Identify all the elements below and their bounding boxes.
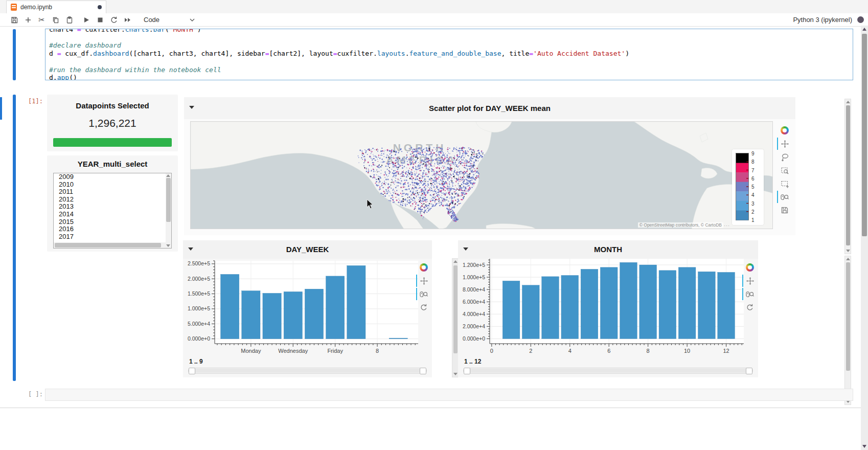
bokeh-toolbar xyxy=(744,261,756,314)
month-chart-canvas[interactable]: 0.000e+02.000e+44.000e+46.000e+48.000e+4… xyxy=(458,240,758,377)
bar[interactable] xyxy=(600,267,618,339)
pan-tool-button[interactable] xyxy=(779,137,790,150)
tab-demo-ipynb[interactable]: demo.ipynb xyxy=(6,1,106,13)
year-option[interactable]: 2015 xyxy=(54,218,171,226)
cut-cell-button[interactable]: ✂ xyxy=(35,14,49,26)
pan-icon xyxy=(420,277,428,285)
bar[interactable] xyxy=(347,265,366,339)
pan-tool-button[interactable] xyxy=(418,274,429,287)
cell-type-select[interactable]: Code xyxy=(144,16,195,24)
bar[interactable] xyxy=(581,269,598,339)
kernel-status-icon xyxy=(857,16,864,23)
dayweek-range-label: 1 .. 9 xyxy=(189,358,203,365)
slider-handle-left[interactable] xyxy=(464,368,470,374)
bar[interactable] xyxy=(718,272,735,339)
bar[interactable] xyxy=(502,281,520,339)
dayweek-chart-card: DAY_WEEK 0.000e+05.000e+41.000e+51.500e+… xyxy=(183,240,432,377)
wheel-zoom-button[interactable] xyxy=(779,190,790,204)
output-scrollbar-upper[interactable] xyxy=(844,99,851,254)
year-option[interactable]: 2009 xyxy=(54,173,171,181)
bar[interactable] xyxy=(698,272,716,339)
page-scrollbar[interactable] xyxy=(861,26,868,450)
month-range-label: 1 .. 12 xyxy=(464,358,481,365)
bar[interactable] xyxy=(389,338,407,339)
scroll-thumb[interactable] xyxy=(846,105,850,245)
y-tick-label: 2.000e+5 xyxy=(188,276,210,282)
save-plot-button[interactable] xyxy=(779,204,790,217)
bar[interactable] xyxy=(284,291,302,339)
bar[interactable] xyxy=(639,265,657,339)
dayweek-range-slider[interactable] xyxy=(188,368,427,374)
box-select-button[interactable] xyxy=(779,177,790,190)
geo-scatter-map[interactable]: NORTHAMERICA © OpenStreetMap contributor… xyxy=(190,121,773,229)
bar[interactable] xyxy=(659,271,676,339)
paste-cell-button[interactable] xyxy=(62,14,76,26)
bar[interactable] xyxy=(561,275,579,339)
bar[interactable] xyxy=(221,274,239,339)
scroll-up-icon xyxy=(846,101,850,103)
year-list-vertical-scrollbar[interactable] xyxy=(166,173,171,248)
pan-tool-button[interactable] xyxy=(744,274,756,287)
save-button[interactable] xyxy=(7,14,21,26)
bar[interactable] xyxy=(242,291,260,339)
scroll-thumb[interactable] xyxy=(846,262,850,371)
cell-type-label: Code xyxy=(144,16,159,24)
copy-cell-button[interactable] xyxy=(49,14,62,26)
scroll-thumb[interactable] xyxy=(862,34,867,236)
kernel-indicator[interactable]: Python 3 (ipykernel) xyxy=(793,16,868,24)
bar[interactable] xyxy=(305,289,323,339)
cell-input-collapser[interactable] xyxy=(13,29,16,80)
x-tick-label: 0 xyxy=(490,348,493,354)
box-zoom-button[interactable] xyxy=(779,164,790,177)
year-option[interactable]: 2011 xyxy=(54,188,171,196)
y-tick-label: 2.000e+4 xyxy=(463,323,485,329)
tab-bar xyxy=(0,0,868,14)
wheel-zoom-button[interactable] xyxy=(418,287,429,301)
y-tick-label: 4.000e+4 xyxy=(463,311,485,317)
year-list-horizontal-scrollbar[interactable] xyxy=(54,242,166,248)
bar[interactable] xyxy=(678,267,696,339)
slider-handle-right[interactable] xyxy=(420,368,426,374)
scroll-thumb[interactable] xyxy=(55,243,161,248)
add-cell-button[interactable] xyxy=(21,14,35,26)
year-option[interactable]: 2016 xyxy=(54,226,171,233)
wheel-zoom-button[interactable] xyxy=(744,287,756,301)
year-option[interactable]: 2012 xyxy=(54,196,171,204)
bokeh-logo-icon[interactable] xyxy=(779,124,790,137)
cell-output-collapser[interactable] xyxy=(13,95,16,381)
reset-tool-button[interactable] xyxy=(418,301,429,314)
colorbar-tick-label: 3 xyxy=(751,201,755,207)
code-cell-editor[interactable]: chart4 = cuxfilter.charts.bar('MONTH') #… xyxy=(45,29,853,80)
reset-tool-button[interactable] xyxy=(744,301,756,314)
bokeh-logo-icon[interactable] xyxy=(418,261,429,274)
lasso-select-button[interactable] xyxy=(779,150,790,164)
year-option[interactable]: 2017 xyxy=(54,233,171,241)
bar[interactable] xyxy=(542,277,559,339)
bar[interactable] xyxy=(522,285,539,339)
notebook-icon xyxy=(11,4,17,11)
empty-code-cell[interactable] xyxy=(45,389,853,401)
restart-kernel-button[interactable] xyxy=(107,14,121,26)
bar[interactable] xyxy=(263,293,281,339)
slider-handle-left[interactable] xyxy=(189,368,195,374)
month-range-slider[interactable] xyxy=(463,368,753,374)
scroll-thumb[interactable] xyxy=(166,178,171,222)
run-all-button[interactable] xyxy=(121,14,134,26)
stop-kernel-button[interactable] xyxy=(93,14,107,26)
run-cell-button[interactable] xyxy=(79,14,93,26)
wheel-zoom-icon xyxy=(419,290,428,299)
bar[interactable] xyxy=(620,262,637,339)
year-option[interactable]: 2010 xyxy=(54,181,171,189)
scroll-thumb[interactable] xyxy=(453,265,458,353)
bokeh-logo-icon[interactable] xyxy=(744,261,756,274)
x-tick-label: Monday xyxy=(241,348,261,354)
bar[interactable] xyxy=(326,276,345,339)
colorbar-tick-label: 1 xyxy=(751,217,755,223)
restart-icon xyxy=(110,16,118,24)
dayweek-chart-canvas[interactable]: 0.000e+05.000e+41.000e+51.500e+52.000e+5… xyxy=(183,240,432,377)
slider-handle-right[interactable] xyxy=(746,368,752,374)
year-option[interactable]: 2014 xyxy=(54,211,171,218)
year-option[interactable]: 2013 xyxy=(54,203,171,211)
output-scrollbar-lower[interactable] xyxy=(844,256,851,405)
year-listbox[interactable]: 200920102011201220132014201520162017 xyxy=(53,173,172,249)
